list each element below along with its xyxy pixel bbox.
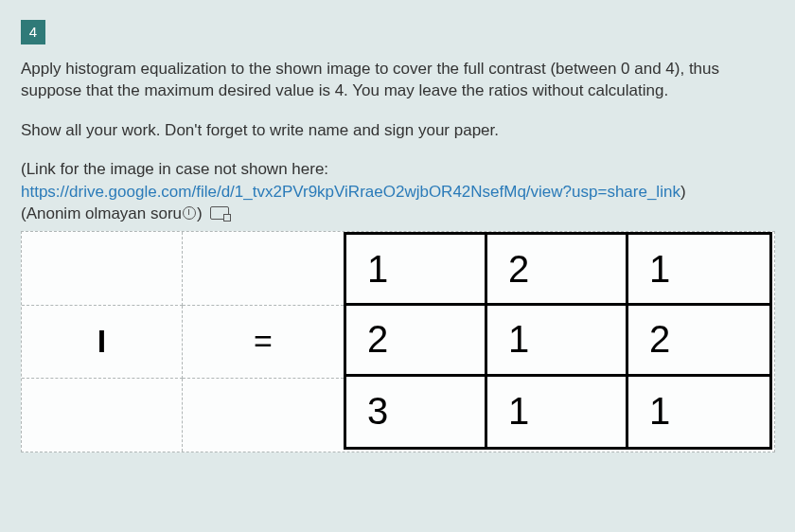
matrix-cell: 2: [628, 306, 769, 377]
matrix-cell: 1: [628, 377, 769, 448]
matrix-equals: =: [183, 306, 344, 379]
lhs-empty: [183, 379, 344, 452]
matrix-label: I: [22, 306, 183, 379]
lhs-empty: [22, 232, 183, 305]
meta-close: ): [197, 204, 206, 222]
meta-label: (Anonim olmayan soru: [21, 204, 182, 222]
matrix-cell: 1: [628, 235, 769, 306]
matrix-wrapper: I = 1 2 1 2 1 2 3 1 1: [22, 232, 774, 452]
device-icon: [210, 206, 229, 220]
question-number-badge: 4: [21, 20, 45, 44]
link-close: ): [680, 183, 686, 201]
matrix-cell: 1: [487, 377, 628, 448]
lhs-empty: [22, 379, 183, 452]
matrix-cell: 3: [346, 377, 487, 448]
question-meta: (Anonim olmayan soru): [21, 204, 774, 223]
image-link[interactable]: https://drive.google.com/file/d/1_tvx2PV…: [21, 183, 680, 201]
question-text: Apply histogram equalization to the show…: [21, 58, 774, 223]
matrix-lhs: I =: [22, 232, 344, 452]
matrix-cell: 2: [487, 235, 628, 306]
question-block: 4 Apply histogram equalization to the sh…: [0, 0, 795, 452]
matrix-cell: 1: [346, 235, 487, 306]
matrix-grid: 1 2 1 2 1 2 3 1 1: [344, 232, 772, 450]
question-link-line: (Link for the image in case not shown he…: [21, 158, 774, 203]
question-paragraph-2: Show all your work. Don't forget to writ…: [21, 119, 774, 141]
lhs-empty: [183, 232, 344, 305]
link-intro: (Link for the image in case not shown he…: [21, 160, 328, 178]
matrix-cell: 2: [346, 306, 487, 377]
matrix-cell: 1: [487, 306, 628, 377]
info-circle-icon: [183, 206, 196, 220]
matrix-image: I = 1 2 1 2 1 2 3 1 1: [21, 231, 775, 452]
question-paragraph-1: Apply histogram equalization to the show…: [21, 58, 774, 102]
